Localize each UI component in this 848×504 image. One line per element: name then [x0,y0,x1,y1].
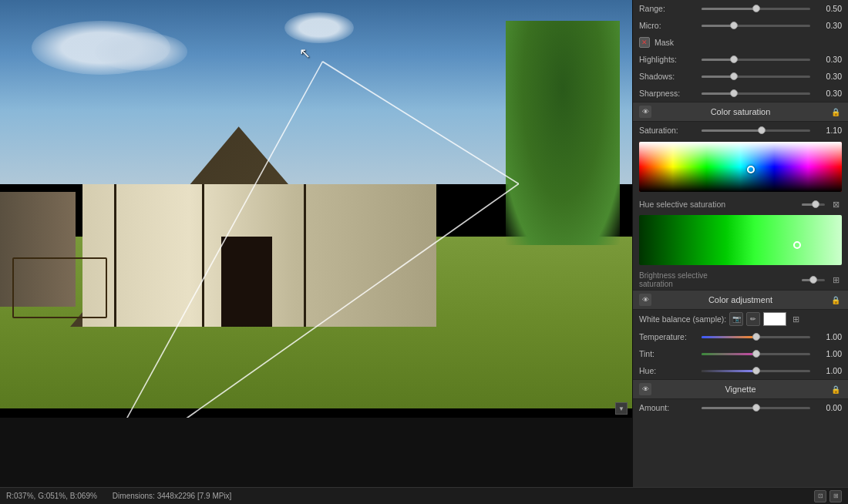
brightness-selective-label1: Brightness selective [639,271,797,280]
color-adjustment-visibility[interactable]: 👁 [639,294,651,306]
mask-checkbox[interactable]: ✕ [639,37,650,48]
mask-row: ✕ Mask [633,34,848,51]
wb-color-box[interactable] [763,312,786,326]
saturation-slider[interactable] [702,129,810,132]
sharpness-slider[interactable] [702,92,810,95]
wb-label: White balance (sample): [639,314,726,324]
brightness-selective-label-block: Brightness selective saturation [639,271,797,288]
vignette-visibility[interactable]: 👁 [639,383,651,395]
highlights-fill [702,59,734,61]
saturation-fill [702,129,762,132]
hue-selective-label: Hue selective saturation [639,200,797,209]
temperature-row: Temperature: 1.00 [633,328,848,345]
range-row: Range: 0.50 [633,0,848,17]
tint-thumb[interactable] [752,350,760,358]
temperature-thumb[interactable] [752,333,760,341]
hue-slider[interactable] [702,370,810,372]
hue-map-bg [639,215,842,265]
hue-fill [702,370,756,372]
photo: ↖ [0,0,632,408]
color-adjustment-title: Color adjustment [656,295,825,304]
amount-fill [702,407,756,409]
range-value: 0.50 [815,4,842,13]
tint-row: Tint: 1.00 [633,345,848,362]
temperature-value: 1.00 [815,332,842,341]
brightness-selective-expand[interactable]: ⊞ [829,274,842,286]
highlights-value: 0.30 [815,55,842,64]
equipment [12,257,107,319]
wb-row: White balance (sample): 📷 ✏ ⊞ [633,310,848,328]
tint-value: 1.00 [815,349,842,358]
sharpness-row: Sharpness: 0.30 [633,85,848,102]
timber1 [114,184,116,328]
door [221,237,272,327]
black-bar [0,418,632,487]
vignette-title: Vignette [656,385,825,394]
shadows-value: 0.30 [815,72,842,81]
temperature-fill [702,336,756,338]
grid-button[interactable]: ⊞ [829,490,842,502]
wb-expand[interactable]: ⊞ [789,313,802,325]
shadows-fill [702,76,734,78]
brightness-thumb[interactable] [809,276,817,284]
color-saturation-cursor [747,166,755,173]
amount-thumb[interactable] [752,404,760,412]
micro-slider[interactable] [702,25,810,27]
highlights-slider[interactable] [702,59,810,61]
tint-slider[interactable] [702,353,810,355]
saturation-row: Saturation: 1.10 [633,122,848,139]
micro-fill [702,25,734,27]
range-slider[interactable] [702,8,810,10]
amount-slider[interactable] [702,407,810,409]
shadows-row: Shadows: 0.30 [633,68,848,85]
pixel-info: R:037%, G:051%, B:069% [6,492,97,500]
range-label: Range: [639,4,697,13]
vignette-lock-icon[interactable]: 🔒 [829,383,842,395]
micro-thumb[interactable] [730,22,738,29]
timber3 [304,184,306,328]
hue-selective-map[interactable] [639,215,842,265]
nav-arrow-button[interactable]: ▼ [615,402,628,415]
hue-map-cursor [793,241,801,249]
saturation-value: 1.10 [815,126,842,135]
image-panel[interactable]: ↖ ▼ [0,0,632,487]
color-saturation-title: Color saturation [656,107,825,116]
hue-selective-thumb[interactable] [812,200,819,208]
brightness-selective-mini-slider[interactable] [802,279,825,281]
wb-sample-icon[interactable]: 📷 [729,312,743,326]
temperature-label: Temperature: [639,332,697,341]
highlights-thumb[interactable] [730,55,738,63]
wb-eyedropper-icon[interactable]: ✏ [746,312,760,326]
micro-label: Micro: [639,21,697,30]
color-saturation-map[interactable] [639,142,842,192]
amount-label: Amount: [639,403,697,412]
color-saturation-header: 👁 Color saturation 🔒 [633,102,848,122]
zoom-fit-button[interactable]: ⊡ [814,490,826,502]
hue-thumb[interactable] [752,367,760,375]
hue-selective-row: Hue selective saturation ⊠ [633,195,848,212]
main-area: ↖ ▼ [0,0,848,487]
color-saturation-visibility[interactable]: 👁 [639,106,651,118]
hue-selective-expand[interactable]: ⊠ [829,198,842,210]
status-bar: R:037%, G:051%, B:069% Dimensions: 3448x… [0,487,848,504]
hue-value: 1.00 [815,366,842,375]
temperature-slider[interactable] [702,336,810,338]
shadows-thumb[interactable] [730,72,738,80]
shadows-slider[interactable] [702,76,810,78]
micro-row: Micro: 0.30 [633,17,848,34]
brightness-selective-row: Brightness selective saturation ⊞ [633,268,848,290]
tint-label: Tint: [639,349,697,358]
hue-selective-mini-slider[interactable] [802,203,825,206]
highlights-label: Highlights: [639,55,697,64]
sharpness-thumb[interactable] [730,89,738,97]
color-adjustment-lock-icon[interactable]: 🔒 [829,294,842,306]
amount-value: 0.00 [815,403,842,412]
saturation-thumb[interactable] [758,126,766,134]
highlights-row: Highlights: 0.30 [633,51,848,68]
timber2 [202,184,204,328]
saturation-label: Saturation: [639,126,697,135]
color-saturation-lock-icon[interactable]: 🔒 [829,106,842,118]
sharpness-value: 0.30 [815,89,842,98]
shadows-label: Shadows: [639,72,697,81]
range-thumb[interactable] [752,5,760,12]
